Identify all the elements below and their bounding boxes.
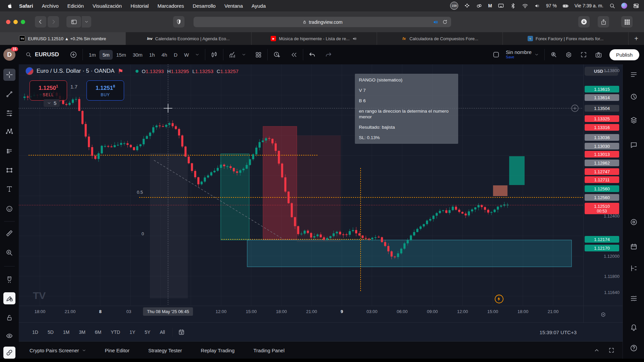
privacy-shield-icon[interactable] xyxy=(173,16,184,27)
publish-button[interactable]: Publish xyxy=(609,49,639,60)
timeframe-1h[interactable]: 1h xyxy=(146,50,158,60)
battery-icon[interactable] xyxy=(562,3,569,9)
reload-icon[interactable] xyxy=(442,19,448,25)
crosshair-tool[interactable] xyxy=(3,69,15,81)
timeframe-4h[interactable]: 4h xyxy=(158,50,171,60)
malwarebytes-icon[interactable]: M xyxy=(488,3,492,8)
volume-icon[interactable] xyxy=(534,3,540,9)
compare-add-button[interactable] xyxy=(67,49,80,60)
range-5d[interactable]: 5D xyxy=(44,327,57,337)
panel-expand-icon[interactable] xyxy=(608,347,614,353)
timeframe-5m[interactable]: 5m xyxy=(99,50,113,60)
chart-area[interactable]: 0.50TV xyxy=(19,64,583,306)
range-ytd[interactable]: YTD xyxy=(107,327,124,337)
zoom-window-button[interactable] xyxy=(21,20,25,24)
tab-overview-button[interactable] xyxy=(621,16,633,27)
help-button[interactable] xyxy=(628,342,640,354)
levels-button[interactable] xyxy=(628,262,640,274)
waves-button[interactable] xyxy=(628,292,640,304)
sell-button[interactable]: 1.12501 SELL xyxy=(30,80,67,101)
layout-name[interactable]: Sin nombre Save xyxy=(506,50,532,60)
menu-item-ayuda[interactable]: Ayuda xyxy=(252,3,266,9)
battery-percent[interactable]: 97 % xyxy=(546,3,557,8)
trend-line-tool[interactable] xyxy=(3,88,15,100)
address-bar[interactable]: tradingview.com xyxy=(194,17,451,27)
timeframe-chevron[interactable] xyxy=(192,50,202,59)
chart-legend[interactable]: Euro / U.S. Dollar · 5 · OANDA ⚑ O1.1329… xyxy=(25,67,238,75)
share-button[interactable] xyxy=(598,16,609,27)
timeframe-W[interactable]: W xyxy=(181,50,192,60)
dropbox-icon[interactable] xyxy=(464,3,470,9)
panel-tab-strategy-tester[interactable]: Strategy Tester xyxy=(148,348,182,353)
forward-button[interactable] xyxy=(48,16,59,27)
tab-audio-icon[interactable] xyxy=(352,36,357,41)
new-tab-button[interactable]: + xyxy=(629,32,644,45)
fib-retracement-tool[interactable] xyxy=(3,107,15,119)
menu-item-edición[interactable]: Edición xyxy=(67,3,84,9)
timeframe-1m[interactable]: 1m xyxy=(86,50,99,60)
downloads-button[interactable] xyxy=(578,16,590,27)
text-tool-tool[interactable] xyxy=(3,183,15,195)
menu-item-historial[interactable]: Historial xyxy=(130,3,149,9)
menubar-clock[interactable]: Vie 7:39 a. m. xyxy=(575,3,603,8)
browser-tab[interactable]: InvCalendario Económico | Agenda Eco... xyxy=(126,32,252,45)
siri-icon[interactable] xyxy=(621,3,627,9)
price-axis[interactable]: USD 1.138001.136151.136141.135041.133251… xyxy=(583,64,623,306)
back-button[interactable] xyxy=(35,16,46,27)
symbol-search-button[interactable]: EURUSD xyxy=(23,49,62,60)
streams-target-button[interactable] xyxy=(628,216,640,228)
apple-logo-icon[interactable] xyxy=(7,3,13,9)
magnet-tool[interactable] xyxy=(3,274,15,286)
range-1y[interactable]: 1Y xyxy=(126,327,139,337)
range-1d[interactable]: 1D xyxy=(29,327,42,337)
spotlight-icon[interactable] xyxy=(609,3,615,9)
candlestick-chart[interactable]: 0.50TV xyxy=(19,64,583,306)
sidebar-button[interactable] xyxy=(66,16,81,27)
menu-item-archivo[interactable]: Archivo xyxy=(42,3,59,9)
panel-tab-trading-panel[interactable]: Trading Panel xyxy=(253,348,284,353)
screen-mirroring-icon[interactable] xyxy=(498,3,504,9)
redo-button[interactable] xyxy=(322,49,335,60)
menu-item-marcadores[interactable]: Marcadores xyxy=(157,3,184,9)
browser-tab[interactable]: ϟForex Factory | Forex markets for... xyxy=(503,32,629,45)
range-6m[interactable]: 6M xyxy=(91,327,105,337)
bluetooth-icon[interactable] xyxy=(510,3,516,9)
menu-item-ventana[interactable]: Ventana xyxy=(224,3,243,9)
control-center-icon[interactable] xyxy=(633,3,639,9)
symbol-title[interactable]: Euro / U.S. Dollar · 5 · OANDA xyxy=(37,68,114,74)
ruler-tool[interactable] xyxy=(3,227,15,239)
layout-grid-button[interactable] xyxy=(252,49,265,60)
collapsed-indicators-toggle[interactable]: 5 xyxy=(44,99,60,107)
browser-tab[interactable]: ▶Música de hipermente - Lista de re... xyxy=(252,32,377,45)
settings-gear-icon[interactable] xyxy=(562,49,575,60)
app-badge[interactable]: 158 xyxy=(450,2,458,10)
avatar[interactable]: D15 xyxy=(3,49,15,61)
indicators-chevron[interactable] xyxy=(239,50,249,59)
undo-button[interactable] xyxy=(306,49,318,60)
save-link[interactable]: Save xyxy=(506,55,532,60)
zoom-in-tool[interactable] xyxy=(3,247,15,259)
axis-gear-icon[interactable] xyxy=(600,312,606,317)
menu-item-visualización[interactable]: Visualización xyxy=(93,3,122,9)
layout-chevron[interactable] xyxy=(532,50,542,59)
sidebar-chevron-button[interactable] xyxy=(82,16,91,27)
screener-tab[interactable]: Crypto Pairs Screener xyxy=(30,348,86,353)
link-tool[interactable] xyxy=(3,347,15,359)
timeframe-15m[interactable]: 15m xyxy=(113,50,129,60)
browser-tab[interactable]: fxCalculadora de Compuestos Fore... xyxy=(377,32,503,45)
calendar-button[interactable] xyxy=(628,240,640,252)
alert-button[interactable] xyxy=(270,49,283,60)
rectangle-tool[interactable] xyxy=(3,164,15,176)
save-checkbox[interactable] xyxy=(490,49,502,60)
wifi-icon[interactable] xyxy=(522,3,528,9)
chat-button[interactable] xyxy=(628,139,640,151)
creative-cloud-icon[interactable] xyxy=(476,3,482,9)
range-1m[interactable]: 1M xyxy=(59,327,73,337)
alerts-clock-button[interactable] xyxy=(628,90,640,103)
panel-tab-replay-trading[interactable]: Replay Trading xyxy=(201,348,235,353)
xabcd-pattern-tool[interactable] xyxy=(3,125,15,137)
axis-settings-corner[interactable] xyxy=(583,306,623,323)
time-axis[interactable]: 18:0021:0080312:0015:0018:0021:00903:000… xyxy=(19,306,583,323)
draw-lock-tool[interactable] xyxy=(3,292,15,304)
menu-item-safari[interactable]: Safari xyxy=(19,3,33,9)
